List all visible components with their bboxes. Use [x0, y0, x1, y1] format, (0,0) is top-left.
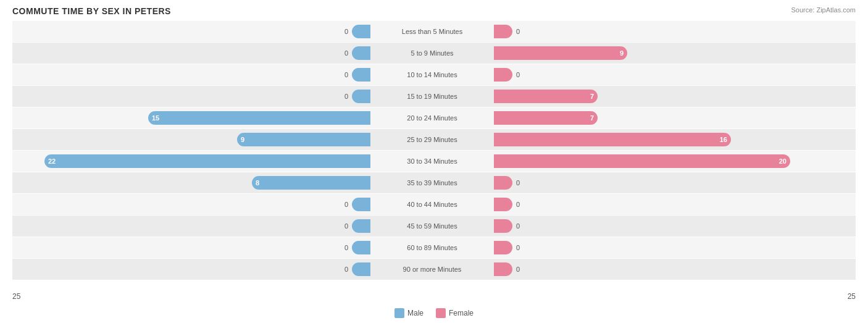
female-value: 20	[775, 157, 790, 165]
bar-female: 9	[494, 46, 627, 60]
bar-female: 7	[494, 111, 598, 125]
female-value: 16	[716, 136, 731, 143]
male-bar-section: 8	[12, 172, 370, 193]
female-value-zero: 0	[516, 222, 520, 230]
male-bar-section: 0	[12, 43, 370, 64]
table-row: 835 to 39 Minutes0	[12, 172, 856, 193]
female-bar-section: 0	[494, 237, 852, 258]
legend-female-label: Female	[449, 309, 474, 317]
bar-female-zero	[494, 25, 512, 38]
female-bar-section: 0	[494, 64, 852, 85]
female-value-zero: 0	[516, 28, 520, 35]
row-label: 40 to 44 Minutes	[370, 201, 494, 208]
male-bar-section: 0	[12, 21, 370, 42]
table-row: 0Less than 5 Minutes0	[12, 21, 856, 42]
male-value-zero: 0	[344, 28, 348, 35]
male-bar-section: 0	[12, 259, 370, 280]
female-bar-section: 0	[494, 172, 852, 193]
male-bar-section: 0	[12, 237, 370, 258]
male-value-zero: 0	[344, 222, 348, 230]
female-bar-section: 7	[494, 86, 852, 107]
female-bar-section: 7	[494, 107, 852, 128]
male-value: 22	[44, 157, 59, 165]
bar-female-zero	[494, 262, 512, 276]
male-bar-section: 15	[12, 107, 370, 128]
bar-female-zero	[494, 176, 512, 190]
row-label: 10 to 14 Minutes	[370, 71, 494, 78]
bar-male-zero	[352, 198, 370, 211]
row-label: 45 to 59 Minutes	[370, 222, 494, 230]
female-value-zero: 0	[516, 266, 520, 273]
bar-female-zero	[494, 219, 512, 233]
row-label: 30 to 34 Minutes	[370, 157, 494, 165]
table-row: 060 to 89 Minutes0	[12, 237, 856, 258]
row-label: 20 to 24 Minutes	[370, 114, 494, 122]
row-label: 5 to 9 Minutes	[370, 49, 494, 57]
bar-male: 9	[237, 133, 370, 146]
female-bar-section: 0	[494, 259, 852, 280]
male-value: 8	[252, 179, 263, 187]
female-value-zero: 0	[516, 71, 520, 78]
table-row: 040 to 44 Minutes0	[12, 194, 856, 215]
bar-male: 22	[44, 154, 370, 168]
bar-male-zero	[352, 219, 370, 233]
chart-container: COMMUTE TIME BY SEX IN PETERS Source: Zi…	[0, 0, 868, 323]
female-value: 9	[616, 49, 627, 57]
bar-male-zero	[352, 68, 370, 82]
chart-title: COMMUTE TIME BY SEX IN PETERS	[12, 6, 856, 16]
female-value-zero: 0	[516, 201, 520, 208]
male-value: 15	[148, 114, 163, 122]
bar-male: 15	[148, 111, 370, 125]
male-value-zero: 0	[344, 49, 348, 57]
row-label: 25 to 29 Minutes	[370, 136, 494, 143]
male-value-zero: 0	[344, 201, 348, 208]
female-value-zero: 0	[516, 179, 520, 187]
male-value: 9	[237, 136, 248, 143]
female-value-zero: 0	[516, 244, 520, 251]
row-label: 35 to 39 Minutes	[370, 179, 494, 187]
female-bar-section: 20	[494, 151, 852, 172]
row-label: 60 to 89 Minutes	[370, 244, 494, 251]
bar-male: 8	[252, 176, 370, 190]
female-bar-section: 0	[494, 216, 852, 237]
table-row: 010 to 14 Minutes0	[12, 64, 856, 85]
male-value-zero: 0	[344, 244, 348, 251]
bar-female: 7	[494, 90, 598, 103]
row-label: Less than 5 Minutes	[370, 28, 494, 35]
axis-left: 25	[12, 292, 20, 301]
male-bar-section: 0	[12, 194, 370, 215]
table-row: 045 to 59 Minutes0	[12, 216, 856, 237]
legend-male-label: Male	[407, 309, 424, 317]
female-value: 7	[586, 114, 598, 122]
bar-male-zero	[352, 90, 370, 103]
row-label: 90 or more Minutes	[370, 266, 494, 273]
legend: Male Female	[394, 308, 474, 318]
male-bar-section: 22	[12, 151, 370, 172]
legend-male: Male	[394, 308, 424, 318]
table-row: 090 or more Minutes0	[12, 259, 856, 280]
male-value-zero: 0	[344, 93, 348, 100]
male-bar-section: 0	[12, 216, 370, 237]
axis-right: 25	[848, 292, 856, 301]
bar-male-zero	[352, 262, 370, 276]
bar-female-zero	[494, 68, 512, 82]
male-bar-section: 9	[12, 129, 370, 150]
bar-male-zero	[352, 46, 370, 60]
female-bar-section: 9	[494, 43, 852, 64]
bar-male-zero	[352, 25, 370, 38]
source-label: Source: ZipAtlas.com	[791, 6, 856, 14]
table-row: 925 to 29 Minutes16	[12, 129, 856, 150]
bar-female-zero	[494, 198, 512, 211]
legend-female: Female	[436, 308, 474, 318]
chart-area: 0Less than 5 Minutes005 to 9 Minutes9010…	[12, 21, 856, 280]
female-value: 7	[586, 93, 598, 100]
female-bar-section: 0	[494, 194, 852, 215]
bar-female-zero	[494, 241, 512, 254]
table-row: 1520 to 24 Minutes7	[12, 107, 856, 128]
male-value-zero: 0	[344, 71, 348, 78]
male-value-zero: 0	[344, 266, 348, 273]
female-bar-section: 16	[494, 129, 852, 150]
bar-female: 16	[494, 133, 731, 146]
bar-female: 20	[494, 154, 790, 168]
bar-male-zero	[352, 241, 370, 254]
